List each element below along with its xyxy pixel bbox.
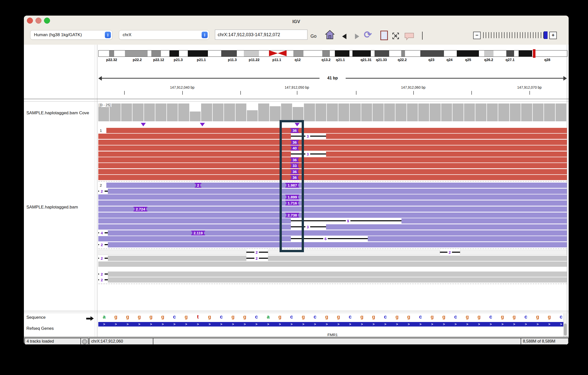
zoom-tick[interactable] bbox=[483, 32, 484, 38]
read-row[interactable]: 36 bbox=[98, 140, 567, 145]
back-icon[interactable] bbox=[342, 34, 346, 39]
read-row[interactable]: 2 bbox=[98, 277, 567, 283]
coverage-bar[interactable] bbox=[270, 106, 281, 121]
read-bar[interactable] bbox=[98, 157, 567, 163]
genome-select[interactable]: Human (hg38 1kg/GATK) ▲▼ bbox=[30, 30, 112, 40]
zoom-out-button[interactable]: − bbox=[473, 32, 481, 39]
read-row[interactable]: 9 bbox=[98, 218, 567, 224]
read-bar[interactable] bbox=[98, 206, 567, 212]
read-bar[interactable] bbox=[98, 200, 567, 206]
read-bar[interactable] bbox=[98, 250, 246, 255]
coverage-bar[interactable] bbox=[510, 103, 521, 121]
zoom-tick[interactable] bbox=[538, 32, 538, 38]
coverage-bar[interactable] bbox=[350, 103, 360, 121]
coverage-bar[interactable] bbox=[361, 103, 372, 121]
coverage-bar[interactable] bbox=[384, 103, 395, 121]
read-row[interactable]: 2,738 bbox=[98, 212, 567, 218]
coverage-bar[interactable] bbox=[167, 103, 178, 121]
read-bar[interactable] bbox=[98, 194, 567, 200]
read-bar[interactable] bbox=[107, 189, 567, 194]
read-bar[interactable] bbox=[98, 236, 291, 241]
read-bar[interactable] bbox=[98, 134, 291, 139]
read-bar[interactable] bbox=[98, 224, 291, 230]
snapshot-icon[interactable] bbox=[380, 31, 388, 40]
zoom-tick[interactable] bbox=[512, 32, 512, 38]
coverage-bar[interactable] bbox=[395, 103, 406, 121]
coverage-bar[interactable] bbox=[498, 103, 509, 121]
read-bar[interactable] bbox=[107, 277, 567, 283]
read-bar[interactable] bbox=[326, 151, 567, 157]
popup-bubble-icon[interactable] bbox=[404, 32, 414, 41]
read-row[interactable]: 2 bbox=[98, 272, 567, 277]
zoom-tick[interactable] bbox=[525, 32, 525, 38]
zoom-in-button[interactable]: + bbox=[549, 32, 557, 39]
read-row[interactable]: 3 bbox=[98, 224, 567, 230]
read-bar[interactable] bbox=[98, 140, 567, 145]
zoom-tick[interactable] bbox=[491, 32, 491, 38]
coverage-bar[interactable] bbox=[327, 103, 338, 121]
coverage-bar[interactable] bbox=[338, 103, 349, 121]
coverage-bar[interactable] bbox=[201, 103, 212, 121]
insertion-marker[interactable]: 2,119 bbox=[192, 231, 204, 235]
zoom-tick[interactable] bbox=[488, 32, 489, 38]
coverage-bar[interactable] bbox=[453, 103, 463, 121]
insertion-marker[interactable]: 2,724 bbox=[134, 207, 147, 211]
read-row[interactable]: 36 bbox=[98, 175, 567, 180]
read-bar[interactable] bbox=[105, 183, 567, 188]
sequence-track-label[interactable]: Sequence bbox=[26, 315, 46, 320]
zoom-slider-thumb[interactable] bbox=[544, 31, 548, 39]
read-row[interactable]: 2 bbox=[98, 189, 567, 194]
coverage-track-label[interactable]: SAMPLE.haplotagged.bam Cove bbox=[26, 111, 97, 116]
read-bar[interactable] bbox=[98, 261, 567, 267]
chromosome-ideogram[interactable] bbox=[98, 50, 567, 57]
zoom-tick[interactable] bbox=[494, 32, 494, 38]
coverage-bar[interactable] bbox=[315, 103, 326, 121]
read-bar[interactable] bbox=[326, 134, 567, 139]
zoom-tick[interactable] bbox=[515, 32, 515, 38]
read-bar[interactable] bbox=[107, 230, 567, 236]
cursor-bar-icon[interactable] bbox=[422, 32, 423, 40]
select-stepper-icon[interactable]: ▲▼ bbox=[105, 32, 111, 38]
zoom-tick[interactable] bbox=[486, 32, 486, 38]
coverage-bar[interactable] bbox=[544, 103, 555, 121]
read-row[interactable]: 3 bbox=[98, 151, 567, 157]
coverage-bar[interactable] bbox=[556, 103, 566, 121]
select-stepper-icon[interactable]: ▲▼ bbox=[202, 32, 208, 38]
read-bar[interactable] bbox=[326, 224, 567, 230]
zoom-tick[interactable] bbox=[530, 32, 531, 38]
zoom-tick[interactable] bbox=[507, 32, 507, 38]
read-row[interactable]: 36 bbox=[98, 157, 567, 163]
read-row[interactable]: 3 bbox=[98, 134, 567, 139]
read-bar[interactable] bbox=[107, 272, 567, 277]
read-row[interactable]: 22 bbox=[98, 250, 567, 255]
read-row[interactable]: 2,1194 bbox=[98, 230, 567, 236]
refseq-gene-bar[interactable]: >>>>>>>>>>>>>>>>>>>>>>>>>>>>>>>>>>>>>>>> bbox=[98, 322, 567, 327]
coverage-bar[interactable] bbox=[121, 103, 132, 121]
zoom-tick[interactable] bbox=[509, 32, 510, 38]
coverage-bar[interactable] bbox=[441, 103, 452, 121]
zoom-tick[interactable] bbox=[496, 32, 497, 38]
coverage-bar[interactable] bbox=[293, 107, 303, 121]
coverage-bar[interactable] bbox=[487, 103, 498, 121]
read-bar[interactable] bbox=[98, 145, 567, 151]
read-row[interactable]: 40 bbox=[98, 145, 567, 151]
insertion-flag-icon[interactable] bbox=[141, 123, 146, 126]
read-bar[interactable] bbox=[105, 128, 567, 133]
home-icon[interactable] bbox=[325, 30, 335, 40]
read-row[interactable]: 22 bbox=[98, 256, 567, 261]
insertion-marker[interactable]: 2 bbox=[196, 183, 200, 188]
read-bar[interactable] bbox=[268, 256, 567, 261]
coverage-bar[interactable] bbox=[144, 103, 155, 121]
chromosome-select[interactable]: chrX ▲▼ bbox=[119, 30, 209, 40]
coverage-bar[interactable] bbox=[407, 103, 418, 121]
strand-arrow-icon[interactable] bbox=[86, 318, 91, 319]
coverage-bar[interactable] bbox=[155, 103, 166, 121]
zoom-tick[interactable] bbox=[517, 32, 518, 38]
insertion-flag-icon[interactable] bbox=[200, 123, 205, 126]
coverage-bar[interactable] bbox=[236, 103, 246, 121]
read-row[interactable]: 33 bbox=[98, 163, 567, 168]
coverage-bar[interactable] bbox=[258, 103, 269, 121]
locus-input[interactable] bbox=[215, 30, 307, 40]
zoom-tick[interactable] bbox=[533, 32, 533, 38]
alignment-track-label[interactable]: SAMPLE.haplotagged.bam bbox=[26, 205, 97, 210]
